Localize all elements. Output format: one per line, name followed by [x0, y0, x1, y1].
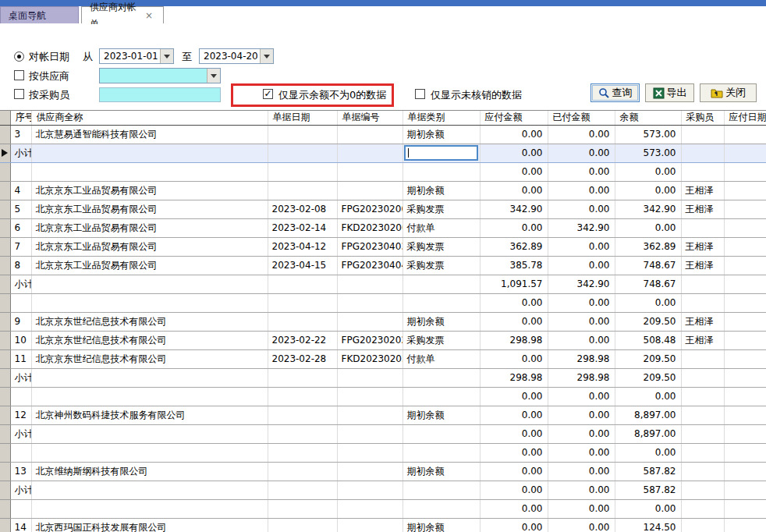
cell-payable[interactable]: 0.00	[480, 518, 548, 532]
cell-date[interactable]	[268, 125, 337, 144]
cell-doc[interactable]: FKD202302005	[337, 218, 403, 237]
cell-payable[interactable]: 342.90	[480, 200, 548, 218]
supplier-combo[interactable]	[99, 68, 221, 83]
cell-supplier[interactable]	[31, 481, 268, 499]
cell-type[interactable]: 期初余额	[403, 181, 480, 200]
cell-seq[interactable]: 6	[10, 218, 31, 237]
cell-date[interactable]	[268, 144, 337, 162]
cell-doc[interactable]: FPG202304045	[337, 256, 403, 275]
tab-desktop-nav[interactable]: 桌面导航	[0, 6, 79, 23]
cell-paid[interactable]: 0.00	[548, 256, 615, 275]
cell-doc[interactable]	[337, 462, 403, 481]
cell-balance[interactable]: 362.89	[615, 237, 681, 256]
cell-seq[interactable]: 5	[10, 200, 31, 218]
cell-due[interactable]	[724, 331, 766, 349]
cell-doc[interactable]	[337, 162, 403, 181]
cell-paid[interactable]: 0.00	[548, 499, 615, 518]
header-paid[interactable]: 已付金额	[548, 111, 615, 125]
cell-buyer[interactable]	[681, 387, 724, 406]
cell-paid[interactable]: 0.00	[548, 293, 615, 312]
cell-date[interactable]	[268, 162, 337, 181]
cell-supplier[interactable]: 北京维纳斯纲科技有限公司	[31, 462, 268, 481]
cell-paid[interactable]: 0.00	[548, 443, 615, 462]
cell-doc[interactable]	[337, 181, 403, 200]
header-buyer[interactable]: 采购员	[681, 111, 724, 125]
cell-date[interactable]: 2023-02-28	[268, 349, 337, 368]
cell-paid[interactable]: 0.00	[548, 406, 615, 424]
cell-payable[interactable]: 298.98	[480, 331, 548, 349]
cell-balance[interactable]: 0.00	[615, 293, 681, 312]
cell-seq[interactable]: 8	[10, 256, 31, 275]
header-doc-date[interactable]: 单据日期	[268, 111, 337, 125]
row-indicator-cell[interactable]	[0, 237, 10, 256]
row-indicator-cell[interactable]	[0, 293, 10, 312]
cell-due[interactable]	[724, 162, 766, 181]
tab-supplier-statement[interactable]: 供应商对帐单.. ×	[81, 6, 164, 23]
cell-supplier[interactable]: 北京京东工业品贸易有限公司	[31, 181, 268, 200]
cell-supplier[interactable]	[31, 443, 268, 462]
cell-type[interactable]: 期初余额	[403, 406, 480, 424]
cell-buyer[interactable]: 王相泽	[681, 331, 724, 349]
supplier-dropdown-icon[interactable]	[207, 69, 220, 83]
cell-doc[interactable]	[337, 518, 403, 532]
cell-supplier[interactable]	[31, 162, 268, 181]
cell-buyer[interactable]	[681, 406, 724, 424]
cell-paid[interactable]: 0.00	[548, 181, 615, 200]
row-indicator-cell[interactable]	[0, 443, 10, 462]
header-doc-type[interactable]: 单据类别	[403, 111, 480, 125]
cell-seq[interactable]: 4	[10, 181, 31, 200]
cell-date[interactable]: 2023-02-22	[268, 331, 337, 349]
cell-due[interactable]	[724, 275, 766, 293]
cell-due[interactable]	[724, 312, 766, 331]
tab-close-icon[interactable]: ×	[143, 10, 155, 21]
cell-balance[interactable]: 0.00	[615, 218, 681, 237]
cell-buyer[interactable]: 王相泽	[681, 237, 724, 256]
cell-payable[interactable]: 0.00	[480, 462, 548, 481]
cell-due[interactable]	[724, 181, 766, 200]
cell-payable[interactable]: 0.00	[480, 349, 548, 368]
cell-buyer[interactable]	[681, 499, 724, 518]
cell-date[interactable]	[268, 481, 337, 499]
buyer-input[interactable]	[99, 87, 221, 102]
cell-due[interactable]	[724, 443, 766, 462]
cell-payable[interactable]: 362.89	[480, 237, 548, 256]
cell-date[interactable]	[268, 499, 337, 518]
close-button[interactable]: 关闭	[700, 83, 757, 102]
cell-due[interactable]	[724, 424, 766, 443]
cell-seq[interactable]: 小计	[10, 368, 31, 387]
cell-supplier[interactable]: 北京京东世纪信息技术有限公司	[31, 312, 268, 331]
cell-date[interactable]	[268, 387, 337, 406]
cell-doc[interactable]: FPG202302004	[337, 200, 403, 218]
cell-balance[interactable]: 0.00	[615, 387, 681, 406]
cell-payable[interactable]: 0.00	[480, 443, 548, 462]
cell-payable[interactable]: 0.00	[480, 218, 548, 237]
row-indicator-cell[interactable]	[0, 144, 10, 162]
row-indicator-cell[interactable]	[0, 406, 10, 424]
cell-balance[interactable]: 748.67	[615, 256, 681, 275]
row-indicator-cell[interactable]	[0, 462, 10, 481]
cell-seq[interactable]	[10, 293, 31, 312]
cell-paid[interactable]: 0.00	[548, 331, 615, 349]
cell-type[interactable]: 期初余额	[403, 518, 480, 532]
cell-type[interactable]: 采购发票	[403, 331, 480, 349]
cell-due[interactable]	[724, 462, 766, 481]
cell-seq[interactable]: 小计	[10, 424, 31, 443]
cell-doc[interactable]	[337, 406, 403, 424]
cell-balance[interactable]: 748.67	[615, 275, 681, 293]
cell-date[interactable]: 2023-04-12	[268, 237, 337, 256]
cell-supplier[interactable]: 北京京东工业品贸易有限公司	[31, 218, 268, 237]
row-indicator-cell[interactable]	[0, 162, 10, 181]
cell-paid[interactable]: 342.90	[548, 275, 615, 293]
cell-doc[interactable]	[337, 499, 403, 518]
cell-date[interactable]	[268, 275, 337, 293]
cell-due[interactable]	[724, 144, 766, 162]
cell-balance[interactable]: 573.00	[615, 144, 681, 162]
row-indicator-cell[interactable]	[0, 368, 10, 387]
export-button[interactable]: 导出	[645, 83, 694, 102]
nonzero-balance-checkbox[interactable]: ✓	[263, 89, 273, 99]
cell-due[interactable]	[724, 518, 766, 532]
cell-paid[interactable]: 298.98	[548, 368, 615, 387]
cell-supplier[interactable]	[31, 424, 268, 443]
cell-seq[interactable]: 12	[10, 406, 31, 424]
cell-payable[interactable]: 0.00	[480, 181, 548, 200]
